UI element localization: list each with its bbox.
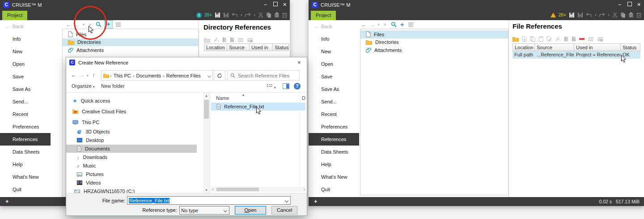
sidebar-item-data-sheets[interactable]: Data Sheets	[0, 146, 51, 158]
dialog-up-icon[interactable]: ↑	[92, 72, 95, 78]
nav-item-3d-objects[interactable]: 3D Objects	[66, 128, 197, 136]
reference-type-dropdown-icon[interactable]	[224, 209, 227, 212]
undo-icon[interactable]	[232, 13, 238, 17]
add-tab-button[interactable]: +	[314, 198, 318, 205]
sidebar-item-help[interactable]: Help	[0, 158, 51, 171]
sidebar-item-save-as[interactable]: Save As	[0, 83, 51, 95]
sidebar-item-send[interactable]: Send...	[309, 95, 359, 108]
tree-item-directories[interactable]: Directories	[360, 39, 508, 47]
organize-menu[interactable]: Organize ▾	[72, 83, 94, 89]
address-dropdown-icon[interactable]	[208, 73, 211, 77]
new-reference-icon[interactable]	[522, 36, 527, 42]
sidebar-item-info[interactable]: Info	[309, 33, 359, 45]
paste-icon[interactable]	[274, 12, 280, 18]
tree-item-files[interactable]: Files	[360, 30, 508, 39]
clipped-column-header[interactable]: D	[302, 95, 306, 101]
list-view-icon[interactable]	[408, 21, 414, 28]
sidebar-item-references[interactable]: References	[309, 133, 359, 146]
paste-reference-icon[interactable]	[538, 36, 543, 42]
horizontal-scrollbar[interactable]: ‹ ›	[211, 187, 306, 192]
nav-item-this-pc[interactable]: This PC	[66, 118, 197, 126]
nav-item-creative-cloud-files[interactable]: Creative Cloud Files	[66, 107, 197, 116]
save-all-icon[interactable]	[223, 12, 229, 18]
sidebar-item-info[interactable]: Info	[0, 33, 51, 45]
copy-icon[interactable]	[266, 12, 271, 18]
sidebar-item-new[interactable]: New	[309, 45, 359, 58]
sidebar-item-quit[interactable]: Quit	[0, 183, 51, 196]
remove-reference-icon[interactable]	[579, 38, 585, 40]
nav-history-caret-icon[interactable]: ▾	[378, 23, 380, 26]
tree-item-attachments[interactable]: Attachments	[360, 46, 508, 54]
copy-icon[interactable]	[620, 12, 626, 18]
copy-reference-icon[interactable]	[530, 36, 535, 42]
dialog-history-caret-icon[interactable]: ▾	[87, 74, 89, 77]
minimize-button[interactable]: −	[261, 0, 270, 9]
help-icon[interactable]: ?	[294, 83, 301, 90]
sidebar-item-recent[interactable]: Recent	[309, 108, 359, 120]
column-header-source[interactable]: Source	[227, 43, 250, 51]
scroll-up-icon[interactable]: ▴	[203, 93, 210, 99]
address-bar[interactable]: › This PC › Documents › Reference Files	[101, 70, 213, 81]
breadcrumb-documents[interactable]: Documents	[136, 73, 161, 78]
name-column-header[interactable]: Name	[216, 95, 229, 101]
sidebar-item-preferences[interactable]: Preferences	[309, 120, 359, 133]
sidebar-item-save-as[interactable]: Save As	[309, 83, 359, 95]
nav-item-downloads[interactable]: ↓Downloads	[66, 153, 197, 161]
delete-icon[interactable]	[636, 12, 641, 18]
minimize-button[interactable]: −	[615, 0, 624, 9]
breadcrumb-reference-files[interactable]: Reference Files	[166, 73, 201, 78]
table-icon[interactable]	[588, 37, 594, 42]
save-icon[interactable]	[569, 12, 575, 18]
maximize-button[interactable]	[625, 0, 634, 9]
close-button[interactable]: ×	[280, 0, 289, 9]
open-button[interactable]: Open	[235, 206, 266, 215]
redo-menu-caret-icon[interactable]: ▾	[608, 13, 610, 17]
nav-item-local-disk-c[interactable]: HRZAGWN116570 (C:)	[66, 187, 197, 193]
undo-menu-caret-icon[interactable]: ▾	[241, 13, 242, 17]
nav-item-pictures[interactable]: Pictures	[66, 170, 197, 178]
sidebar-item-open[interactable]: Open	[309, 58, 359, 70]
sidebar-item-help[interactable]: Help	[309, 158, 359, 171]
undo-menu-caret-icon[interactable]: ▾	[595, 13, 597, 17]
column-header-location[interactable]: Location	[513, 43, 535, 51]
sidebar-item-recent[interactable]: Recent	[0, 108, 51, 120]
list-view-icon[interactable]	[115, 21, 121, 28]
column-header-used-in[interactable]: Used in	[250, 43, 273, 51]
search-icon[interactable]	[391, 21, 397, 28]
scroll-right-icon[interactable]: ›	[304, 187, 305, 192]
table-edit-icon[interactable]	[597, 37, 603, 42]
datasheet-icon[interactable]	[222, 37, 227, 43]
cancel-button[interactable]: Cancel	[271, 206, 297, 215]
nav-item-documents[interactable]: Documents	[66, 145, 197, 153]
sidebar-item-new[interactable]: New	[0, 45, 51, 58]
sidebar-item-references[interactable]: References	[0, 133, 51, 146]
open-folder-icon[interactable]	[513, 37, 519, 42]
message-count-badge[interactable]: 20+	[204, 13, 212, 17]
save-all-icon[interactable]	[577, 12, 583, 18]
undo-icon[interactable]	[586, 13, 592, 17]
breadcrumb-this-pc[interactable]: This PC	[114, 73, 131, 78]
file-name-input[interactable]: Reference_File.txt	[127, 196, 291, 205]
preview-pane-icon[interactable]	[283, 83, 289, 90]
sidebar-item-back[interactable]: ←Back	[309, 20, 359, 33]
sidebar-item-open[interactable]: Open	[0, 58, 51, 70]
column-header-source[interactable]: Source	[535, 43, 574, 51]
sidebar-item-save[interactable]: Save	[0, 70, 51, 83]
nav-item-videos[interactable]: Videos	[66, 179, 197, 187]
column-header-used-in[interactable]: Used in	[574, 43, 621, 51]
redo-menu-caret-icon[interactable]: ▾	[254, 13, 255, 17]
titlebar[interactable]: C CRUISE™ M − ×	[0, 0, 290, 10]
scrollbar-thumb[interactable]	[204, 100, 209, 119]
cut-icon[interactable]	[612, 12, 618, 18]
assign-reference-icon[interactable]	[555, 36, 561, 42]
scroll-down-icon[interactable]: ▾	[203, 187, 210, 193]
titlebar[interactable]: C CRUISE™ M − ×	[309, 0, 644, 10]
search-box[interactable]: Search Reference Files	[227, 70, 300, 81]
view-list-icon[interactable]: ▾	[267, 83, 276, 90]
sidebar-item-back[interactable]: ←Back	[0, 20, 51, 33]
sidebar-item-whats-new[interactable]: What's New	[309, 171, 359, 183]
dialog-titlebar[interactable]: C Create New Reference ×	[66, 57, 307, 68]
sidebar-item-save[interactable]: Save	[309, 70, 359, 83]
nav-back-icon[interactable]: ←	[66, 21, 72, 28]
nav-item-music[interactable]: ♪Music	[66, 162, 197, 170]
